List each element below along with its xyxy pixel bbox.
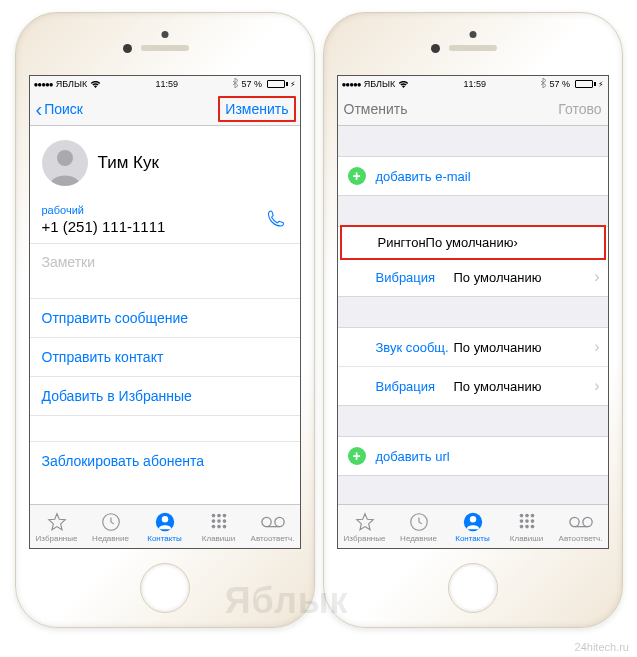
svg-point-29 [582, 517, 591, 526]
charging-bolt-icon: ⚡︎ [290, 80, 296, 89]
svg-point-18 [469, 516, 475, 522]
phone-number: +1 (251) 111-1111 [42, 218, 288, 235]
wifi-icon [90, 80, 101, 88]
tab-voicemail[interactable]: Автоответч. [554, 505, 608, 548]
svg-point-24 [530, 519, 534, 523]
tab-keypad[interactable]: Клавиши [192, 505, 246, 548]
tab-label: Клавиши [202, 534, 235, 543]
bluetooth-icon [232, 78, 238, 90]
group-add-email: + добавить e-mail [338, 156, 608, 196]
row-msg-vibration[interactable]: Вибрация По умолчанию › [338, 366, 608, 405]
tab-label: Контакты [147, 534, 182, 543]
chevron-right-icon: › [514, 235, 518, 250]
chevron-left-icon: ‹ [36, 99, 43, 119]
svg-point-0 [57, 150, 73, 166]
section-spacer [338, 196, 608, 226]
home-button[interactable] [448, 563, 498, 613]
nav-cancel-button[interactable]: Отменить [344, 101, 408, 117]
contact-detail-content[interactable]: Тим Кук рабочий +1 (251) 111-1111 Заметк… [30, 126, 300, 504]
svg-point-3 [161, 516, 167, 522]
battery-percent: 57 % [241, 79, 262, 89]
speaker-grille [449, 45, 497, 51]
ringtone-value: По умолчанию [426, 235, 514, 250]
chevron-right-icon: › [594, 268, 599, 286]
battery-icon: ⚡︎ [573, 80, 604, 89]
tab-label: Недавние [92, 534, 129, 543]
plus-circle-icon: + [348, 447, 366, 465]
add-email-label: добавить e-mail [376, 169, 471, 184]
tab-recents[interactable]: Недавние [84, 505, 138, 548]
action-add-favorite[interactable]: Добавить в Избранные [30, 377, 300, 416]
svg-point-7 [211, 519, 215, 523]
tab-favorites[interactable]: Избранные [30, 505, 84, 548]
svg-point-4 [211, 513, 215, 517]
row-ringtone[interactable]: Рингтон По умолчанию › [340, 225, 606, 260]
person-icon [154, 511, 176, 533]
star-icon [46, 511, 68, 533]
star-icon [354, 511, 376, 533]
svg-point-11 [217, 524, 221, 528]
chevron-right-icon: › [594, 377, 599, 395]
svg-point-27 [530, 524, 534, 528]
row-add-email[interactable]: + добавить e-mail [338, 157, 608, 195]
section-spacer [338, 126, 608, 156]
contact-header: Тим Кук [30, 126, 300, 196]
nav-bar: Отменить Готово [338, 92, 608, 126]
proximity-sensor [431, 44, 440, 53]
action-block-caller[interactable]: Заблокировать абонента [30, 442, 300, 480]
contact-name: Тим Кук [98, 153, 159, 173]
front-camera [161, 31, 168, 38]
notes-row[interactable]: Заметки [30, 244, 300, 299]
signal-dots-icon: ●●●●● [34, 80, 53, 89]
phone-handset-icon[interactable] [266, 208, 286, 231]
phone-row[interactable]: рабочий +1 (251) 111-1111 [30, 196, 300, 244]
plus-circle-icon: + [348, 167, 366, 185]
svg-point-23 [525, 519, 529, 523]
tab-label: Клавиши [510, 534, 543, 543]
tab-keypad[interactable]: Клавиши [500, 505, 554, 548]
status-bar: ●●●●● ЯБЛЫК 11:59 57 % ⚡︎ [30, 76, 300, 92]
tab-label: Недавние [400, 534, 437, 543]
group-ringtone: Рингтон По умолчанию › Вибрация По умолч… [338, 226, 608, 297]
phone-label: рабочий [42, 204, 288, 216]
msg-vibration-value: По умолчанию [454, 379, 595, 394]
tab-recents[interactable]: Недавние [392, 505, 446, 548]
ringtone-label: Рингтон [378, 235, 426, 250]
home-button[interactable] [140, 563, 190, 613]
row-message-sound[interactable]: Звук сообщ. По умолчанию › [338, 328, 608, 366]
nav-done-button[interactable]: Готово [558, 101, 601, 117]
iphone-left: ●●●●● ЯБЛЫК 11:59 57 % ⚡︎ [15, 12, 315, 628]
action-send-message[interactable]: Отправить сообщение [30, 299, 300, 338]
tab-label: Избранные [344, 534, 386, 543]
clock-icon [408, 511, 430, 533]
voicemail-icon [260, 511, 286, 533]
tab-label: Контакты [455, 534, 490, 543]
notes-placeholder: Заметки [42, 254, 96, 270]
wifi-icon [398, 80, 409, 88]
screen-left: ●●●●● ЯБЛЫК 11:59 57 % ⚡︎ [29, 75, 301, 549]
status-time: 11:59 [464, 79, 487, 89]
signal-dots-icon: ●●●●● [342, 80, 361, 89]
svg-point-22 [519, 519, 523, 523]
proximity-sensor [123, 44, 132, 53]
tab-favorites[interactable]: Избранные [338, 505, 392, 548]
avatar[interactable] [42, 140, 88, 186]
edit-contact-content[interactable]: + добавить e-mail Рингтон По умолчанию ›… [338, 126, 608, 504]
svg-point-5 [217, 513, 221, 517]
highlight-edit: Изменить [218, 96, 295, 122]
tab-voicemail[interactable]: Автоответч. [246, 505, 300, 548]
action-share-contact[interactable]: Отправить контакт [30, 338, 300, 377]
svg-point-6 [222, 513, 226, 517]
nav-edit-button[interactable]: Изменить [220, 101, 293, 117]
nav-edit-label: Изменить [225, 101, 288, 117]
screen-right: ●●●●● ЯБЛЫК 11:59 57 % ⚡︎ [337, 75, 609, 549]
add-url-label: добавить url [376, 449, 450, 464]
tab-contacts[interactable]: Контакты [446, 505, 500, 548]
speaker-grille [141, 45, 189, 51]
nav-back-button[interactable]: ‹ Поиск [36, 99, 83, 119]
row-vibration[interactable]: Вибрация По умолчанию › [338, 258, 608, 296]
tab-contacts[interactable]: Контакты [138, 505, 192, 548]
msg-sound-label: Звук сообщ. [376, 340, 454, 355]
svg-point-28 [569, 517, 578, 526]
row-add-url[interactable]: + добавить url [338, 437, 608, 475]
